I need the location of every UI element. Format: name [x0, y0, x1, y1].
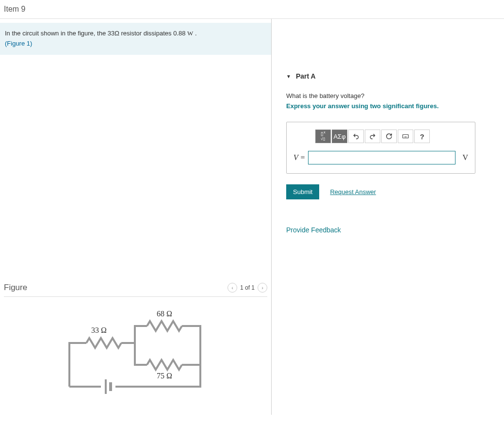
variable-label: V = — [293, 153, 305, 162]
templates-icon: ▯x√▯ — [321, 131, 325, 141]
redo-icon — [369, 133, 376, 140]
figure-pager: ‹ 1 of 1 › — [228, 283, 267, 293]
part-a-header[interactable]: ▼ Part A — [286, 72, 499, 80]
prev-figure-button[interactable]: ‹ — [228, 283, 237, 293]
left-column: In the circuit shown in the figure, the … — [0, 19, 272, 415]
input-row: V = V — [293, 151, 468, 164]
unit-label: V — [462, 153, 468, 162]
submit-row: Submit Request Answer — [286, 184, 499, 199]
figure-section: Figure ‹ 1 of 1 › — [0, 283, 271, 405]
watt-symbol: W — [187, 30, 193, 37]
equation-toolbar: ▯x√▯ ΑΣφ — [315, 130, 468, 143]
keyboard-button[interactable] — [398, 130, 413, 143]
greek-icon: ΑΣφ — [333, 133, 345, 140]
item-header: Item 9 — [0, 0, 504, 19]
figure-link[interactable]: (Figure 1) — [5, 40, 32, 47]
answer-box: ▯x√▯ ΑΣφ — [286, 122, 475, 174]
figure-header: Figure ‹ 1 of 1 › — [4, 283, 267, 297]
r2-label: 68 Ω — [157, 310, 172, 318]
reset-icon — [386, 133, 392, 140]
chevron-right-icon: › — [261, 285, 263, 291]
r3-label: 75 Ω — [157, 372, 172, 380]
answer-input[interactable] — [308, 151, 455, 164]
r1-label: 33 Ω — [91, 326, 107, 334]
circuit-diagram: 33 Ω 68 Ω 75 Ω — [62, 307, 267, 405]
chevron-left-icon: ‹ — [231, 285, 233, 291]
pager-text: 1 of 1 — [240, 284, 255, 291]
next-figure-button[interactable]: › — [258, 283, 267, 293]
content-wrapper: In the circuit shown in the figure, the … — [0, 19, 504, 415]
problem-statement: In the circuit shown in the figure, the … — [0, 23, 271, 55]
part-a-container: ▼ Part A What is the battery voltage? Ex… — [286, 72, 499, 234]
figure-title: Figure — [4, 283, 27, 293]
problem-text-2: resistor dissipates 0.88 — [119, 30, 187, 37]
submit-button[interactable]: Submit — [286, 184, 319, 199]
problem-text-3: . — [193, 30, 196, 37]
svg-rect-2 — [403, 135, 408, 138]
templates-button[interactable]: ▯x√▯ — [315, 130, 331, 143]
reset-button[interactable] — [381, 130, 397, 143]
omega-symbol: Ω — [114, 30, 119, 37]
greek-button[interactable]: ΑΣφ — [332, 130, 347, 143]
question-text: What is the battery voltage? — [286, 92, 499, 99]
instruction-text: Express your answer using two significan… — [286, 102, 499, 110]
help-button[interactable]: ? — [414, 130, 430, 143]
collapse-caret-icon: ▼ — [286, 74, 291, 79]
right-column: ▼ Part A What is the battery voltage? Ex… — [272, 19, 504, 415]
problem-text-1: In the circuit shown in the figure, the … — [5, 30, 114, 37]
redo-button[interactable] — [365, 130, 380, 143]
request-answer-link[interactable]: Request Answer — [330, 188, 376, 196]
part-a-label: Part A — [296, 72, 316, 80]
provide-feedback-link[interactable]: Provide Feedback — [286, 226, 499, 234]
undo-icon — [353, 133, 359, 140]
help-icon: ? — [420, 132, 424, 141]
undo-button[interactable] — [348, 130, 364, 143]
keyboard-icon — [402, 133, 409, 140]
